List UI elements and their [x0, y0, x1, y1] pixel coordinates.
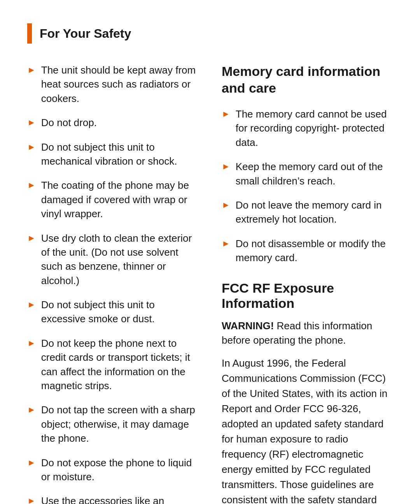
list-item-text: The unit should be kept away from heat s… [41, 63, 198, 105]
list-item-text: Do not drop. [41, 116, 97, 130]
list-item: ► Do not keep the phone next to credit c… [27, 336, 198, 393]
fcc-warning: WARNING! Read this information before op… [222, 319, 393, 348]
list-item: ► Do not disassemble or modify the memor… [222, 237, 393, 265]
list-item: ► The unit should be kept away from heat… [27, 63, 198, 105]
list-item: ► The memory card cannot be used for rec… [222, 107, 393, 149]
bullet-arrow-icon: ► [27, 64, 36, 76]
content-columns: ► The unit should be kept away from heat… [27, 63, 393, 504]
list-item: ► Use the accessories like an earphone c… [27, 494, 198, 504]
list-item-text: Use dry cloth to clean the exterior of t… [41, 231, 198, 288]
list-item-text: Keep the memory card out of the small ch… [236, 160, 393, 188]
bullet-arrow-icon: ► [27, 299, 36, 311]
list-item-text: Do not disassemble or modify the memory … [236, 237, 393, 265]
list-item-text: Use the accessories like an earphone cau… [41, 494, 198, 504]
bullet-arrow-icon: ► [27, 404, 36, 416]
list-item: ► Do not drop. [27, 116, 198, 130]
list-item-text: Do not keep the phone next to credit car… [41, 336, 198, 393]
fcc-body-text: In August 1996, the Federal Communicatio… [222, 356, 393, 504]
bullet-arrow-icon: ► [222, 238, 230, 250]
list-item: ► Use dry cloth to clean the exterior of… [27, 231, 198, 288]
warning-label: WARNING! [222, 320, 274, 332]
memory-card-title: Memory card information and care [222, 63, 393, 96]
left-column: ► The unit should be kept away from heat… [27, 63, 198, 504]
bullet-arrow-icon: ► [27, 457, 36, 469]
list-item-text: Do not subject this unit to mechanical v… [41, 140, 198, 169]
fcc-section: FCC RF Exposure Information WARNING! Rea… [222, 281, 393, 504]
list-item: ► Do not subject this unit to mechanical… [27, 140, 198, 169]
list-item: ► Keep the memory card out of the small … [222, 160, 393, 188]
memory-card-list: ► The memory card cannot be used for rec… [222, 107, 393, 265]
list-item: ► Do not subject this unit to excessive … [27, 298, 198, 326]
list-item-text: Do not expose the phone to liquid or moi… [41, 456, 198, 484]
list-item: ► The coating of the phone may be damage… [27, 178, 198, 221]
list-item-text: Do not tap the screen with a sharp objec… [41, 403, 198, 445]
list-item-text: The memory card cannot be used for recor… [236, 107, 393, 149]
bullet-arrow-icon: ► [222, 161, 230, 173]
bullet-arrow-icon: ► [222, 108, 230, 120]
right-column: Memory card information and care ► The m… [222, 63, 393, 504]
bullet-arrow-icon: ► [27, 117, 36, 129]
page-header: For Your Safety [27, 23, 393, 44]
bullet-arrow-icon: ► [27, 179, 36, 191]
memory-card-section: Memory card information and care ► The m… [222, 63, 393, 265]
bullet-arrow-icon: ► [27, 232, 36, 244]
page-container: For Your Safety ► The unit should be kep… [0, 0, 420, 504]
list-item: ► Do not expose the phone to liquid or m… [27, 456, 198, 484]
safety-list: ► The unit should be kept away from heat… [27, 63, 198, 504]
list-item-text: Do not subject this unit to excessive sm… [41, 298, 198, 326]
list-item-text: Do not leave the memory card in extremel… [236, 198, 393, 227]
bullet-arrow-icon: ► [27, 141, 36, 153]
list-item: ► Do not tap the screen with a sharp obj… [27, 403, 198, 445]
bullet-arrow-icon: ► [27, 495, 36, 504]
fcc-title: FCC RF Exposure Information [222, 281, 393, 311]
list-item: ► Do not leave the memory card in extrem… [222, 198, 393, 227]
list-item-text: The coating of the phone may be damaged … [41, 178, 198, 221]
page-title: For Your Safety [40, 26, 131, 41]
bullet-arrow-icon: ► [27, 337, 36, 349]
bullet-arrow-icon: ► [222, 199, 230, 211]
orange-accent-bar [27, 23, 32, 44]
